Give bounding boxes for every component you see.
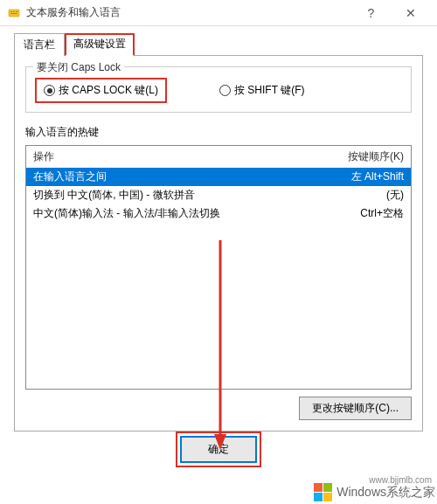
svg-rect-7 — [314, 483, 323, 492]
ok-highlight-box: 确定 — [176, 432, 261, 467]
change-sequence-row: 更改按键顺序(C)... — [25, 397, 412, 420]
list-keys: (无) — [308, 188, 404, 203]
list-action: 中文(简体)输入法 - 输入法/非输入法切换 — [33, 206, 308, 221]
window-title: 文本服务和输入语言 — [26, 5, 351, 20]
svg-rect-1 — [10, 11, 12, 12]
close-button[interactable]: ✕ — [391, 0, 430, 26]
tab-panel: 要关闭 Caps Lock 按 CAPS LOCK 键(L) 按 SHIFT 键… — [14, 56, 423, 432]
svg-rect-10 — [323, 493, 332, 501]
capslock-group-title: 要关闭 Caps Lock — [33, 60, 124, 75]
radio-circle-icon — [44, 85, 55, 96]
list-action: 切换到 中文(简体, 中国) - 微软拼音 — [33, 188, 308, 203]
dialog-content: 语言栏 高级键设置 要关闭 Caps Lock 按 CAPS LOCK 键(L)… — [0, 26, 437, 432]
radio-circle-icon — [219, 85, 231, 96]
radio-shift-key[interactable]: 按 SHIFT 键(F) — [219, 83, 304, 98]
list-action: 在输入语言之间 — [33, 169, 308, 184]
radio-capslock-label: 按 CAPS LOCK 键(L) — [59, 83, 158, 98]
list-keys: 左 Alt+Shift — [308, 169, 404, 184]
capslock-radio-row: 按 CAPS LOCK 键(L) 按 SHIFT 键(F) — [35, 78, 402, 103]
list-keys: Ctrl+空格 — [308, 206, 404, 221]
tab-language-bar[interactable]: 语言栏 — [14, 33, 65, 56]
radio-capslock-key[interactable]: 按 CAPS LOCK 键(L) — [44, 83, 158, 98]
capslock-group: 要关闭 Caps Lock 按 CAPS LOCK 键(L) 按 SHIFT 键… — [25, 66, 412, 113]
dialog-footer: 确定 取消 — [0, 432, 437, 467]
svg-rect-8 — [323, 483, 332, 492]
hotkey-list-header: 操作 按键顺序(K) — [26, 146, 411, 168]
list-item[interactable]: 在输入语言之间 左 Alt+Shift — [26, 168, 411, 186]
list-item[interactable]: 切换到 中文(简体, 中国) - 微软拼音 (无) — [26, 186, 411, 204]
watermark-text: Windows系统之家 — [336, 485, 435, 501]
radio-shift-label: 按 SHIFT 键(F) — [234, 83, 304, 98]
change-sequence-button[interactable]: 更改按键顺序(C)... — [299, 397, 412, 420]
tab-advanced-keys[interactable]: 高级键设置 — [65, 33, 135, 56]
radio-highlight-box: 按 CAPS LOCK 键(L) — [35, 78, 167, 103]
hotkey-list[interactable]: 操作 按键顺序(K) 在输入语言之间 左 Alt+Shift 切换到 中文(简体… — [25, 145, 412, 390]
header-keys: 按键顺序(K) — [308, 149, 404, 164]
app-icon — [7, 6, 21, 20]
list-item[interactable]: 中文(简体)输入法 - 输入法/非输入法切换 Ctrl+空格 — [26, 204, 411, 223]
svg-rect-3 — [16, 11, 17, 12]
svg-rect-4 — [10, 13, 17, 14]
svg-rect-2 — [13, 11, 15, 12]
help-button[interactable]: ? — [351, 0, 391, 26]
ok-button[interactable]: 确定 — [180, 436, 257, 463]
windows-logo-icon — [314, 483, 333, 502]
titlebar: 文本服务和输入语言 ? ✕ — [0, 0, 437, 26]
watermark: Windows系统之家 — [314, 483, 435, 502]
hotkey-section: 输入语言的热键 操作 按键顺序(K) 在输入语言之间 左 Alt+Shift 切… — [25, 125, 412, 420]
hotkey-section-label: 输入语言的热键 — [25, 125, 412, 140]
window-controls: ? ✕ — [351, 0, 430, 26]
svg-rect-9 — [314, 493, 323, 501]
header-action: 操作 — [33, 149, 308, 164]
tab-strip: 语言栏 高级键设置 — [14, 33, 423, 56]
